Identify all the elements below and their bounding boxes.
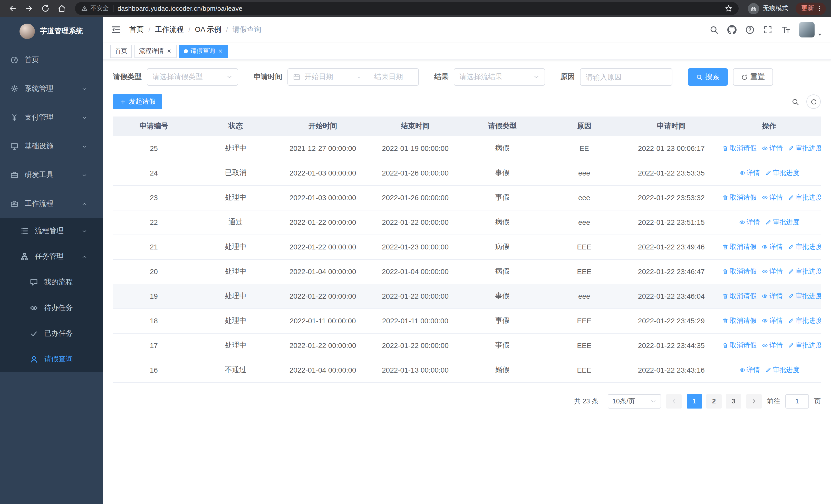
- sidebar-item-leave-query[interactable]: 请假查询: [0, 347, 103, 372]
- apply-time-range-picker[interactable]: 开始日期 - 结束日期: [287, 68, 419, 86]
- incognito-icon: [750, 5, 757, 12]
- cancel-leave-link[interactable]: 取消请假: [722, 341, 756, 350]
- browser-reload-button[interactable]: [38, 1, 52, 16]
- cell-reason: eee: [543, 284, 625, 308]
- detail-link[interactable]: 详情: [762, 144, 783, 153]
- cancel-leave-link[interactable]: 取消请假: [722, 144, 756, 153]
- browser-back-button[interactable]: [5, 1, 20, 16]
- create-leave-button[interactable]: 发起请假: [113, 94, 162, 109]
- view-tab[interactable]: 首页: [110, 45, 132, 58]
- progress-link[interactable]: 审批进度: [788, 316, 821, 325]
- progress-link[interactable]: 审批进度: [788, 193, 821, 202]
- page-size-select[interactable]: 10条/页: [608, 394, 661, 408]
- sidebar-item-workflow[interactable]: 工作流程: [0, 189, 103, 218]
- incognito-label: 无痕模式: [763, 4, 789, 13]
- progress-link[interactable]: 审批进度: [765, 217, 799, 227]
- detail-link[interactable]: 详情: [762, 341, 783, 350]
- sidebar-item-dev-tools[interactable]: 研发工具: [0, 161, 103, 189]
- view-tab[interactable]: 请假查询: [179, 45, 228, 58]
- result-select[interactable]: 请选择流结果: [454, 68, 545, 86]
- progress-link[interactable]: 审批进度: [788, 292, 821, 301]
- sidebar-item-home[interactable]: 首页: [0, 46, 103, 75]
- detail-link[interactable]: 详情: [739, 168, 760, 178]
- prev-page-button[interactable]: [666, 394, 682, 408]
- refresh-icon: [741, 73, 748, 80]
- browser-forward-button[interactable]: [22, 1, 36, 16]
- progress-link[interactable]: 审批进度: [765, 168, 799, 178]
- dots-vertical-icon: [815, 5, 823, 12]
- sidebar-item-label: 待办任务: [44, 303, 93, 313]
- github-icon[interactable]: [727, 25, 737, 34]
- page-number-3[interactable]: 3: [726, 394, 741, 408]
- search-button[interactable]: 搜索: [688, 68, 728, 86]
- cancel-leave-link[interactable]: 取消请假: [722, 193, 756, 202]
- cell-id: 18: [113, 308, 195, 333]
- breadcrumb-item[interactable]: 首页: [130, 25, 144, 34]
- detail-link[interactable]: 详情: [762, 242, 783, 251]
- sidebar-item-my-process[interactable]: 我的流程: [0, 269, 103, 295]
- detail-link[interactable]: 详情: [739, 217, 760, 227]
- cell-type: 病假: [461, 235, 543, 259]
- fullscreen-button[interactable]: [763, 25, 773, 34]
- user-avatar-menu[interactable]: [799, 22, 823, 37]
- cancel-leave-link[interactable]: 取消请假: [722, 242, 756, 251]
- progress-link[interactable]: 审批进度: [765, 365, 799, 375]
- breadcrumb-item[interactable]: OA 示例: [195, 25, 222, 34]
- sidebar-item-todo-tasks[interactable]: 待办任务: [0, 295, 103, 321]
- next-page-button[interactable]: [746, 394, 762, 408]
- reason-input[interactable]: [580, 68, 672, 86]
- edit-icon: [788, 293, 794, 299]
- reset-button[interactable]: 重置: [733, 68, 773, 86]
- progress-link[interactable]: 审批进度: [788, 341, 821, 350]
- leave-type-select[interactable]: 请选择请假类型: [147, 68, 238, 86]
- cancel-leave-link[interactable]: 取消请假: [722, 292, 756, 301]
- browser-menu-icon[interactable]: [815, 5, 823, 12]
- progress-link[interactable]: 审批进度: [788, 144, 821, 153]
- browser-update-button[interactable]: 更新: [796, 2, 826, 14]
- address-bar[interactable]: 不安全 dashboard.yudao.iocoder.cn/bpm/oa/le…: [75, 2, 739, 15]
- eye-icon: [739, 170, 745, 176]
- chat-icon: [30, 278, 38, 287]
- header-search-button[interactable]: [709, 25, 719, 34]
- sidebar-item-payment[interactable]: 支付管理: [0, 103, 103, 132]
- page-number-1[interactable]: 1: [687, 394, 702, 408]
- sidebar-item-task-mgmt[interactable]: 任务管理: [0, 244, 103, 269]
- sidebar-item-done-tasks[interactable]: 已办任务: [0, 321, 103, 347]
- sidebar-item-process-mgmt[interactable]: 流程管理: [0, 218, 103, 244]
- sidebar-logo[interactable]: 芋道管理系统: [0, 17, 103, 46]
- detail-link[interactable]: 详情: [762, 267, 783, 276]
- page-number-2[interactable]: 2: [706, 394, 722, 408]
- sidebar-item-system[interactable]: 系统管理: [0, 75, 103, 103]
- cell-type: 婚假: [461, 358, 543, 382]
- trash-icon: [722, 293, 728, 299]
- avatar[interactable]: [799, 22, 814, 37]
- help-button[interactable]: [745, 25, 754, 34]
- detail-link[interactable]: 详情: [762, 292, 783, 301]
- cell-start: 2022-01-22 00:00:00: [277, 284, 369, 308]
- tab-close-button[interactable]: [218, 48, 223, 54]
- page-content: 请假类型 请选择请假类型 申请时间 开始日期 - 结束日期: [103, 60, 831, 504]
- progress-link[interactable]: 审批进度: [788, 242, 821, 251]
- sidebar-item-infrastructure[interactable]: 基础设施: [0, 132, 103, 161]
- browser-home-button[interactable]: [54, 1, 69, 16]
- cancel-leave-link[interactable]: 取消请假: [722, 267, 756, 276]
- detail-link[interactable]: 详情: [762, 316, 783, 325]
- progress-link[interactable]: 审批进度: [788, 267, 821, 276]
- chevron-right-icon: [751, 398, 757, 404]
- goto-page-input[interactable]: [785, 394, 809, 408]
- cancel-leave-link[interactable]: 取消请假: [722, 316, 756, 325]
- detail-link[interactable]: 详情: [739, 365, 760, 375]
- font-size-button[interactable]: [781, 25, 791, 34]
- refresh-table-button[interactable]: [806, 94, 821, 109]
- result-label: 结果: [434, 72, 449, 82]
- eye-icon: [762, 268, 768, 274]
- bookmark-star-button[interactable]: [725, 5, 733, 12]
- breadcrumb-item[interactable]: 工作流程: [155, 25, 184, 34]
- sidebar-collapse-button[interactable]: [111, 25, 121, 35]
- view-tab[interactable]: 流程详情: [135, 45, 177, 58]
- security-chip[interactable]: 不安全: [81, 4, 109, 13]
- detail-link[interactable]: 详情: [762, 193, 783, 202]
- create-leave-label: 发起请假: [129, 97, 155, 106]
- toggle-search-button[interactable]: [792, 98, 799, 106]
- tab-close-button[interactable]: [166, 48, 172, 54]
